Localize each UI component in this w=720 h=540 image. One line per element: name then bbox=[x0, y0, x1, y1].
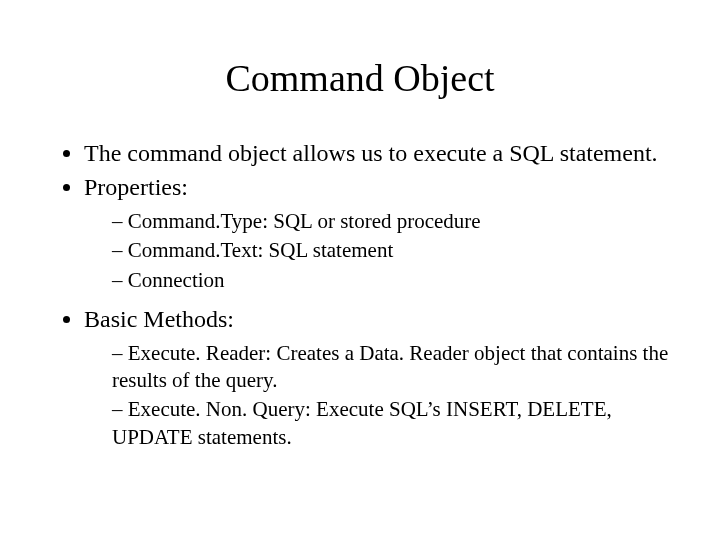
bullet-item: The command object allows us to execute … bbox=[84, 138, 672, 168]
sub-bullet-item: Execute. Non. Query: Execute SQL’s INSER… bbox=[112, 396, 672, 451]
sub-bullet-item: Execute. Reader: Creates a Data. Reader … bbox=[112, 340, 672, 395]
sub-bullet-list: Execute. Reader: Creates a Data. Reader … bbox=[84, 340, 672, 451]
bullet-text: Properties: bbox=[84, 174, 188, 200]
slide: Command Object The command object allows… bbox=[0, 0, 720, 540]
bullet-list: The command object allows us to execute … bbox=[48, 138, 672, 451]
bullet-item: Basic Methods: Execute. Reader: Creates … bbox=[84, 304, 672, 451]
slide-title: Command Object bbox=[48, 56, 672, 100]
bullet-item: Properties: Command.Type: SQL or stored … bbox=[84, 172, 672, 294]
bullet-text: Basic Methods: bbox=[84, 306, 234, 332]
sub-bullet-item: Command.Text: SQL statement bbox=[112, 237, 672, 264]
sub-bullet-item: Command.Type: SQL or stored procedure bbox=[112, 208, 672, 235]
sub-bullet-list: Command.Type: SQL or stored procedure Co… bbox=[84, 208, 672, 294]
sub-bullet-item: Connection bbox=[112, 267, 672, 294]
